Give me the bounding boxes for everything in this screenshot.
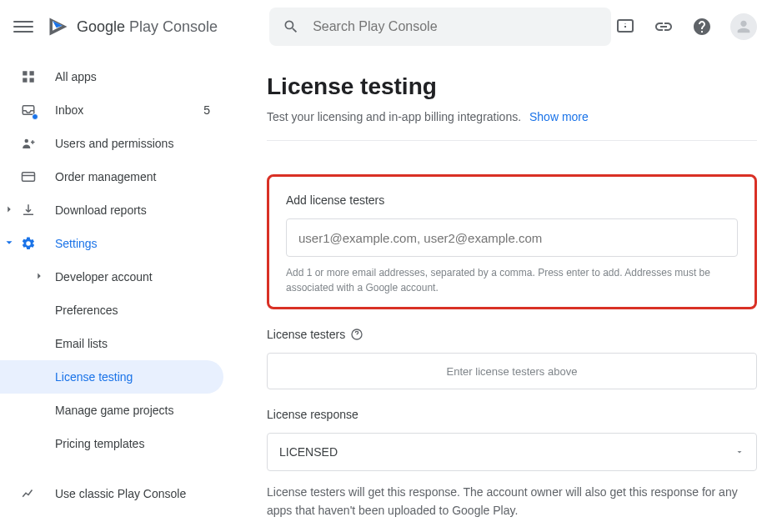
license-response-section: License response LICENSED License tester… xyxy=(267,408,757,520)
sidebar-item-label: Use classic Play Console xyxy=(55,487,186,500)
sidebar-subitem-manage-game-projects[interactable]: Manage game projects xyxy=(0,394,223,427)
add-license-testers-hint: Add 1 or more email addresses, separated… xyxy=(286,265,738,295)
page-description: Test your licensing and in-app billing i… xyxy=(267,110,757,141)
sidebar-item-label: Download reports xyxy=(55,203,147,217)
announcement-icon[interactable] xyxy=(615,17,635,37)
inbox-badge: 5 xyxy=(203,103,210,117)
download-icon xyxy=(20,202,37,218)
chevron-right-icon xyxy=(3,203,15,218)
avatar[interactable] xyxy=(730,13,757,40)
sidebar-subitem-license-testing[interactable]: License testing xyxy=(0,360,223,394)
search-input[interactable] xyxy=(313,19,598,34)
users-icon xyxy=(20,135,37,152)
sidebar-item-inbox[interactable]: Inbox 5 xyxy=(0,93,223,127)
license-testers-label: License testers xyxy=(267,328,345,341)
gear-icon xyxy=(20,235,37,252)
license-response-hint: License testers will get this response. … xyxy=(267,483,757,520)
sidebar-item-label: Pricing templates xyxy=(55,437,144,450)
sidebar-subitem-email-lists[interactable]: Email lists xyxy=(0,327,223,360)
sidebar-item-settings[interactable]: Settings xyxy=(0,227,223,260)
add-license-testers-input[interactable] xyxy=(286,218,738,257)
sidebar-item-order-management[interactable]: Order management xyxy=(0,160,223,193)
help-icon[interactable] xyxy=(692,17,712,37)
credit-card-icon xyxy=(20,168,37,185)
add-license-testers-section: Add license testers Add 1 or more email … xyxy=(267,174,757,309)
svg-rect-1 xyxy=(23,71,27,75)
add-license-testers-label: Add license testers xyxy=(286,193,738,207)
logo-text: Google Play Console xyxy=(77,18,218,36)
svg-point-6 xyxy=(25,139,29,143)
sidebar-item-label: Order management xyxy=(55,170,156,183)
dropdown-caret-icon xyxy=(734,447,744,457)
sidebar-item-label: Manage game projects xyxy=(55,404,173,417)
sidebar-item-label: Users and permissions xyxy=(55,137,173,150)
license-testers-empty: Enter license testers above xyxy=(267,353,757,389)
page-title: License testing xyxy=(267,73,757,100)
sidebar-item-label: Inbox xyxy=(55,103,83,117)
play-console-logo-icon xyxy=(47,15,70,38)
chart-line-icon xyxy=(20,485,37,502)
sidebar-item-use-classic[interactable]: Use classic Play Console xyxy=(0,477,223,510)
license-testers-section: License testers Enter license testers ab… xyxy=(267,328,757,389)
license-response-label: License response xyxy=(267,408,757,421)
sidebar-item-label: License testing xyxy=(55,370,133,384)
sidebar-item-label: All apps xyxy=(55,70,97,83)
sidebar-item-label: Developer account xyxy=(55,270,153,284)
hamburger-menu[interactable] xyxy=(13,17,33,37)
sidebar-item-label: Email lists xyxy=(55,337,108,350)
sidebar-item-label: Preferences xyxy=(55,304,118,317)
apps-icon xyxy=(20,68,37,85)
svg-rect-2 xyxy=(30,71,34,75)
sidebar-item-label: Settings xyxy=(55,237,98,250)
sidebar-subitem-developer-account[interactable]: Developer account xyxy=(0,260,223,294)
sidebar: All apps Inbox 5 Users and permissions O… xyxy=(0,53,223,532)
inbox-icon xyxy=(20,102,37,118)
license-response-value: LICENSED xyxy=(279,445,338,459)
license-response-select[interactable]: LICENSED xyxy=(267,433,757,471)
sidebar-subitem-pricing-templates[interactable]: Pricing templates xyxy=(0,427,223,460)
main-content: License testing Test your licensing and … xyxy=(223,53,777,532)
search-icon xyxy=(283,18,299,35)
show-more-link[interactable]: Show more xyxy=(529,110,589,123)
link-icon[interactable] xyxy=(654,17,674,37)
chevron-down-icon xyxy=(3,237,15,251)
sidebar-item-users-permissions[interactable]: Users and permissions xyxy=(0,127,223,160)
sidebar-item-download-reports[interactable]: Download reports xyxy=(0,193,223,227)
chevron-right-icon xyxy=(33,270,45,284)
logo[interactable]: Google Play Console xyxy=(47,15,218,38)
svg-rect-4 xyxy=(30,78,34,83)
person-icon xyxy=(734,18,753,36)
sidebar-item-all-apps[interactable]: All apps xyxy=(0,60,223,93)
sidebar-subitem-preferences[interactable]: Preferences xyxy=(0,294,223,327)
svg-rect-7 xyxy=(23,173,35,182)
svg-rect-3 xyxy=(23,78,27,83)
help-circle-icon[interactable] xyxy=(350,328,363,341)
search-bar[interactable] xyxy=(269,8,611,46)
